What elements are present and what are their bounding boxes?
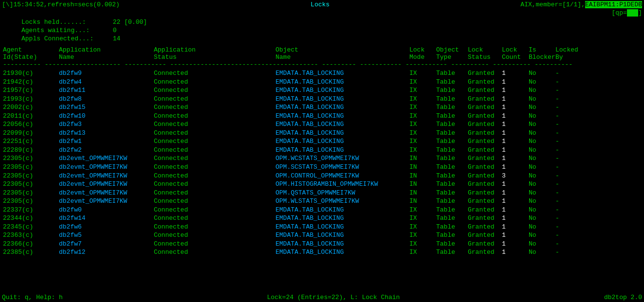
cell-agent: 22011(c) xyxy=(3,112,59,121)
cell-lockmode: IX xyxy=(409,112,436,121)
cell-isblocker: No xyxy=(529,172,555,180)
cell-lockstatus: Granted xyxy=(468,78,502,87)
cell-isblocker: No xyxy=(529,78,555,87)
cell-lockcount: 1 xyxy=(502,95,529,104)
cell-lockstatus: Granted xyxy=(468,172,502,180)
cell-objtype: Table xyxy=(436,206,468,214)
col-header-objtype: Object xyxy=(436,46,468,53)
col-header-lockcountsub: Count xyxy=(502,53,529,61)
cell-objtype: Table xyxy=(436,163,468,172)
cell-agent: 22366(c) xyxy=(3,240,59,249)
cell-appstatus: Connected xyxy=(154,146,276,155)
table-row: 22305(c) db2evmt_OPMWMEI7KW Connected OP… xyxy=(2,172,642,180)
cell-lockcount: 1 xyxy=(502,154,529,163)
cell-objtype: Table xyxy=(436,120,468,129)
cell-appstatus: Connected xyxy=(154,103,276,112)
cell-lockmode: IN xyxy=(409,189,436,197)
cell-lockmode: IX xyxy=(409,206,436,214)
cell-lockcount: 1 xyxy=(502,240,529,249)
appls-connected-row: Appls Connected...: 14 xyxy=(21,35,642,42)
cell-appname: db2fw15 xyxy=(59,103,154,112)
cell-agent: 22099(c) xyxy=(3,129,59,138)
cell-objname: EMDATA.TAB_LOCKING xyxy=(276,129,409,138)
cell-lockstatus: Granted xyxy=(468,146,502,155)
col-header-lockstatus: Lock xyxy=(468,46,502,53)
cell-lockcount: 1 xyxy=(502,223,529,231)
cell-lockcount: 1 xyxy=(502,86,529,95)
table-row: 22289(c) db2fw2 Connected EMDATA.TAB_LOC… xyxy=(2,146,642,155)
cell-isblocker: No xyxy=(529,112,555,121)
cell-isblocker: No xyxy=(529,197,555,206)
cell-lockedby: - xyxy=(555,95,585,104)
col-header-isblockersub: Blocker xyxy=(529,53,555,61)
col-header-objnamesub: Name xyxy=(276,53,409,61)
cell-lockedby: - xyxy=(555,69,585,78)
cell-lockcount: 1 xyxy=(502,112,529,121)
cell-lockedby: - xyxy=(555,214,585,223)
cell-appname: db2fw14 xyxy=(59,214,154,223)
cell-objtype: Table xyxy=(436,95,468,104)
server-info: AIX,member=[1/1],EAIBPM11:P1DEDB xyxy=(520,1,642,8)
col-header-appnamesub: Name xyxy=(59,53,154,61)
cell-lockcount: 1 xyxy=(502,69,529,78)
bottom-center: Lock=24 (Entries=22), L: Lock Chain xyxy=(267,294,400,301)
cell-lockedby: - xyxy=(555,78,585,87)
cell-agent: 22305(c) xyxy=(3,172,59,180)
cell-lockedby: - xyxy=(555,206,585,214)
cell-isblocker: No xyxy=(529,223,555,231)
cell-objname: EMDATA.TAB_LOCKING xyxy=(276,112,409,121)
cell-appstatus: Connected xyxy=(154,231,276,240)
table-row: 22337(c) db2fw0 Connected EMDATA.TAB_LOC… xyxy=(2,206,642,214)
cell-lockstatus: Granted xyxy=(468,223,502,231)
cell-appstatus: Connected xyxy=(154,95,276,104)
cell-lockmode: IN xyxy=(409,154,436,163)
cell-objname: OPM.QSTATS_OPMWMEI7KW xyxy=(276,189,409,197)
cell-objtype: Table xyxy=(436,197,468,206)
cell-agent: 22344(c) xyxy=(3,214,59,223)
cell-appstatus: Connected xyxy=(154,197,276,206)
cell-lockmode: IX xyxy=(409,95,436,104)
cell-appstatus: Connected xyxy=(154,112,276,121)
cell-lockstatus: Granted xyxy=(468,206,502,214)
cell-lockmode: IX xyxy=(409,137,436,146)
cell-isblocker: No xyxy=(529,214,555,223)
cell-isblocker: No xyxy=(529,163,555,172)
cell-lockmode: IX xyxy=(409,248,436,257)
cell-appname: db2evmt_OPMWMEI7KW xyxy=(59,154,154,163)
table-row: 22345(c) db2fw6 Connected EMDATA.TAB_LOC… xyxy=(2,223,642,231)
cell-lockcount: 1 xyxy=(502,206,529,214)
cell-isblocker: No xyxy=(529,120,555,129)
cell-lockmode: IX xyxy=(409,214,436,223)
cell-objtype: Table xyxy=(436,240,468,249)
cell-appstatus: Connected xyxy=(154,154,276,163)
cell-isblocker: No xyxy=(529,95,555,104)
cell-objname: EMDATA.TAB_LOCKING xyxy=(276,137,409,146)
cell-lockcount: 1 xyxy=(502,146,529,155)
cell-lockmode: IX xyxy=(409,223,436,231)
table-body: 21930(c) db2fw9 Connected EMDATA.TAB_LOC… xyxy=(2,69,642,257)
cell-objname: EMDATA.TAB_LOCKING xyxy=(276,86,409,95)
cell-objname: EMDATA.TAB_LOCKING xyxy=(276,95,409,104)
col-header-appstatus: Application xyxy=(154,46,276,53)
cell-lockmode: IN xyxy=(409,172,436,180)
cell-appname: db2evmt_OPMWMEI7KW xyxy=(59,163,154,172)
cell-agent: 22002(c) xyxy=(3,103,59,112)
cell-lockedby: - xyxy=(555,189,585,197)
table-row: 22305(c) db2evmt_OPMWMEI7KW Connected OP… xyxy=(2,154,642,163)
col-header-lockedbysub: By xyxy=(555,53,585,61)
cell-appstatus: Connected xyxy=(154,120,276,129)
col-header-lockmode: Lock xyxy=(409,46,436,53)
cell-isblocker: No xyxy=(529,189,555,197)
cell-lockmode: IX xyxy=(409,69,436,78)
cell-agent: 22056(c) xyxy=(3,120,59,129)
cell-objtype: Table xyxy=(436,154,468,163)
cell-agent: 21930(c) xyxy=(3,69,59,78)
table-row: 22363(c) db2fw5 Connected EMDATA.TAB_LOC… xyxy=(2,231,642,240)
cell-lockstatus: Granted xyxy=(468,231,502,240)
cell-appstatus: Connected xyxy=(154,129,276,138)
cell-appstatus: Connected xyxy=(154,163,276,172)
cell-objname: EMDATA.TAB_LOCKING xyxy=(276,231,409,240)
locks-table: Agent Application Application Object Loc… xyxy=(2,46,642,257)
table-row: 22366(c) db2fw7 Connected EMDATA.TAB_LOC… xyxy=(2,240,642,249)
cell-appstatus: Connected xyxy=(154,78,276,87)
